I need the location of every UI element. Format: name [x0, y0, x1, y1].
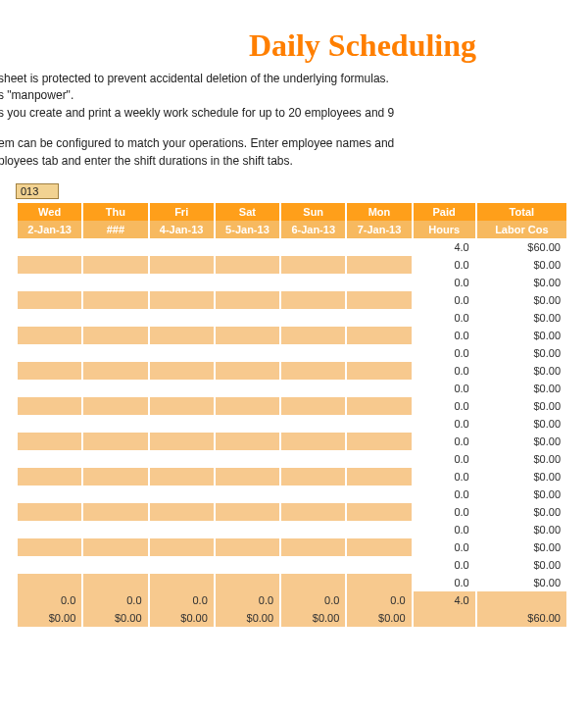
- day-cell[interactable]: [82, 450, 148, 468]
- day-cell[interactable]: [149, 309, 215, 327]
- day-cell[interactable]: [149, 521, 215, 538]
- day-cell[interactable]: [280, 274, 346, 291]
- day-cell[interactable]: [215, 256, 280, 274]
- day-cell[interactable]: [346, 574, 412, 591]
- day-cell[interactable]: [17, 538, 82, 556]
- day-cell[interactable]: [17, 521, 82, 538]
- day-cell[interactable]: [280, 397, 346, 415]
- day-cell[interactable]: [346, 521, 412, 538]
- day-cell[interactable]: [17, 362, 82, 380]
- day-cell[interactable]: [346, 380, 412, 397]
- day-cell[interactable]: [346, 327, 412, 344]
- day-cell[interactable]: [280, 309, 346, 327]
- day-cell[interactable]: [149, 274, 215, 291]
- day-cell[interactable]: [215, 574, 280, 591]
- day-cell[interactable]: [82, 433, 148, 450]
- day-cell[interactable]: [280, 344, 346, 362]
- day-cell[interactable]: [215, 503, 280, 521]
- day-cell[interactable]: [215, 538, 280, 556]
- day-cell[interactable]: [346, 238, 412, 256]
- day-cell[interactable]: [17, 256, 82, 274]
- day-cell[interactable]: [17, 433, 82, 450]
- day-cell[interactable]: [215, 380, 280, 397]
- day-cell[interactable]: [215, 397, 280, 415]
- day-cell[interactable]: [280, 256, 346, 274]
- day-cell[interactable]: [82, 574, 148, 591]
- day-cell[interactable]: [82, 380, 148, 397]
- day-cell[interactable]: [346, 344, 412, 362]
- day-cell[interactable]: [82, 309, 148, 327]
- day-cell[interactable]: [82, 538, 148, 556]
- day-cell[interactable]: [82, 256, 148, 274]
- day-cell[interactable]: [149, 397, 215, 415]
- day-cell[interactable]: [17, 380, 82, 397]
- day-cell[interactable]: [149, 450, 215, 468]
- day-cell[interactable]: [82, 468, 148, 486]
- day-cell[interactable]: [17, 327, 82, 344]
- day-cell[interactable]: [17, 556, 82, 574]
- day-cell[interactable]: [280, 503, 346, 521]
- day-cell[interactable]: [17, 344, 82, 362]
- day-cell[interactable]: [346, 450, 412, 468]
- day-cell[interactable]: [82, 521, 148, 538]
- day-cell[interactable]: [346, 291, 412, 309]
- day-cell[interactable]: [346, 556, 412, 574]
- day-cell[interactable]: [280, 238, 346, 256]
- day-cell[interactable]: [149, 380, 215, 397]
- day-cell[interactable]: [280, 574, 346, 591]
- day-cell[interactable]: [17, 397, 82, 415]
- day-cell[interactable]: [215, 415, 280, 433]
- day-cell[interactable]: [17, 238, 82, 256]
- day-cell[interactable]: [82, 556, 148, 574]
- day-cell[interactable]: [280, 556, 346, 574]
- day-cell[interactable]: [346, 538, 412, 556]
- day-cell[interactable]: [82, 238, 148, 256]
- day-cell[interactable]: [280, 291, 346, 309]
- day-cell[interactable]: [346, 468, 412, 486]
- day-cell[interactable]: [346, 397, 412, 415]
- day-cell[interactable]: [280, 433, 346, 450]
- day-cell[interactable]: [82, 291, 148, 309]
- day-cell[interactable]: [215, 486, 280, 503]
- day-cell[interactable]: [280, 486, 346, 503]
- day-cell[interactable]: [215, 291, 280, 309]
- day-cell[interactable]: [17, 450, 82, 468]
- day-cell[interactable]: [17, 309, 82, 327]
- day-cell[interactable]: [280, 327, 346, 344]
- day-cell[interactable]: [82, 486, 148, 503]
- day-cell[interactable]: [149, 433, 215, 450]
- day-cell[interactable]: [149, 344, 215, 362]
- day-cell[interactable]: [280, 362, 346, 380]
- day-cell[interactable]: [82, 274, 148, 291]
- day-cell[interactable]: [280, 450, 346, 468]
- day-cell[interactable]: [215, 450, 280, 468]
- day-cell[interactable]: [149, 256, 215, 274]
- day-cell[interactable]: [82, 397, 148, 415]
- day-cell[interactable]: [215, 468, 280, 486]
- day-cell[interactable]: [149, 538, 215, 556]
- day-cell[interactable]: [280, 521, 346, 538]
- day-cell[interactable]: [17, 574, 82, 591]
- day-cell[interactable]: [82, 503, 148, 521]
- day-cell[interactable]: [215, 238, 280, 256]
- day-cell[interactable]: [215, 433, 280, 450]
- day-cell[interactable]: [149, 556, 215, 574]
- day-cell[interactable]: [346, 309, 412, 327]
- day-cell[interactable]: [82, 344, 148, 362]
- day-cell[interactable]: [149, 468, 215, 486]
- day-cell[interactable]: [215, 309, 280, 327]
- day-cell[interactable]: [346, 274, 412, 291]
- day-cell[interactable]: [149, 486, 215, 503]
- day-cell[interactable]: [215, 556, 280, 574]
- day-cell[interactable]: [82, 415, 148, 433]
- day-cell[interactable]: [280, 468, 346, 486]
- day-cell[interactable]: [346, 256, 412, 274]
- day-cell[interactable]: [149, 574, 215, 591]
- date-input[interactable]: 013: [16, 183, 59, 199]
- day-cell[interactable]: [215, 344, 280, 362]
- day-cell[interactable]: [346, 503, 412, 521]
- day-cell[interactable]: [149, 291, 215, 309]
- day-cell[interactable]: [149, 362, 215, 380]
- day-cell[interactable]: [346, 362, 412, 380]
- day-cell[interactable]: [82, 362, 148, 380]
